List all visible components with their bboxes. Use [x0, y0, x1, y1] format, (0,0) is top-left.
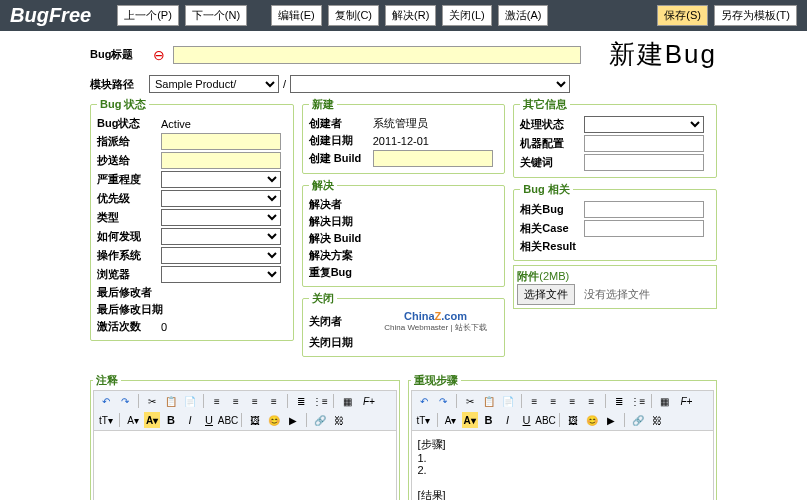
fontinc-icon[interactable]: F+ [679, 393, 695, 409]
justify-icon[interactable]: ≡ [584, 393, 600, 409]
module-select[interactable] [290, 75, 570, 93]
cut-icon[interactable]: ✂ [462, 393, 478, 409]
os-label: 操作系统 [97, 248, 157, 263]
undo-icon[interactable]: ↶ [416, 393, 432, 409]
browser-select[interactable] [161, 266, 281, 283]
media-icon[interactable]: ▶ [285, 412, 301, 428]
ul-icon[interactable]: ⋮≡ [312, 393, 328, 409]
logo: BugFree [10, 4, 91, 27]
image-icon[interactable]: 🖼 [565, 412, 581, 428]
keyword-input[interactable] [584, 154, 704, 171]
cut-icon[interactable]: ✂ [144, 393, 160, 409]
table-icon[interactable]: ▦ [339, 393, 355, 409]
watermark-sub: China Webmaster | 站长下载 [373, 322, 499, 333]
italic-icon[interactable]: I [182, 412, 198, 428]
bold-icon[interactable]: B [481, 412, 497, 428]
resolve-button[interactable]: 解决(R) [385, 5, 436, 26]
lastmoddate-label: 最后修改日期 [97, 302, 172, 317]
strike-icon[interactable]: ABC [538, 412, 554, 428]
solution-label: 解决方案 [309, 248, 369, 263]
activate-button[interactable]: 激活(A) [498, 5, 549, 26]
dup-label: 重复Bug [309, 265, 369, 280]
justify-icon[interactable]: ≡ [266, 393, 282, 409]
link-icon[interactable]: 🔗 [630, 412, 646, 428]
closer-label: 关闭者 [309, 314, 369, 329]
note-toolbar: ↶ ↷ ✂ 📋 📄 ≡ ≡ ≡ ≡ ≣ ⋮≡ ▦ F+ tT▾ [93, 390, 397, 431]
create-fieldset: 新建 创建者系统管理员 创建日期2011-12-01 创建 Build [302, 97, 506, 174]
bug-title-input[interactable] [173, 46, 581, 64]
cc-input[interactable] [161, 152, 281, 169]
saveas-button[interactable]: 另存为模板(T) [714, 5, 797, 26]
os-select[interactable] [161, 247, 281, 264]
ul-icon[interactable]: ⋮≡ [630, 393, 646, 409]
copy-button[interactable]: 复制(C) [328, 5, 379, 26]
priority-select[interactable] [161, 190, 281, 207]
relresult-label: 相关Result [520, 239, 580, 254]
table-icon[interactable]: ▦ [657, 393, 673, 409]
undo-icon[interactable]: ↶ [98, 393, 114, 409]
image-icon[interactable]: 🖼 [247, 412, 263, 428]
aligncenter-icon[interactable]: ≡ [546, 393, 562, 409]
link-icon[interactable]: 🔗 [312, 412, 328, 428]
alignright-icon[interactable]: ≡ [247, 393, 263, 409]
bold-icon[interactable]: B [163, 412, 179, 428]
next-button[interactable]: 下一个(N) [185, 5, 247, 26]
page-title: 新建Bug [609, 37, 717, 72]
alignleft-icon[interactable]: ≡ [209, 393, 225, 409]
relcase-input[interactable] [584, 220, 704, 237]
choose-file-button[interactable]: 选择文件 [517, 284, 575, 305]
close-button[interactable]: 关闭(L) [442, 5, 491, 26]
priority-label: 优先级 [97, 191, 157, 206]
resolvebuild-label: 解决 Build [309, 231, 369, 246]
create-legend: 新建 [309, 97, 337, 112]
cc-label: 抄送给 [97, 153, 157, 168]
unlink-icon[interactable]: ⛓ [649, 412, 665, 428]
prev-button[interactable]: 上一个(P) [117, 5, 179, 26]
underline-icon[interactable]: U [519, 412, 535, 428]
strike-icon[interactable]: ABC [220, 412, 236, 428]
alignleft-icon[interactable]: ≡ [527, 393, 543, 409]
emoji-icon[interactable]: 😊 [266, 412, 282, 428]
underline-icon[interactable]: U [201, 412, 217, 428]
backcolor-icon[interactable]: A▾ [144, 412, 160, 428]
backcolor-icon[interactable]: A▾ [462, 412, 478, 428]
save-button[interactable]: 保存(S) [657, 5, 708, 26]
forecolor-icon[interactable]: A▾ [443, 412, 459, 428]
path-separator: / [283, 78, 286, 90]
note-textarea[interactable] [93, 431, 397, 500]
paste-icon[interactable]: 📄 [182, 393, 198, 409]
type-select[interactable] [161, 209, 281, 226]
fontdec-icon[interactable]: tT▾ [416, 412, 432, 428]
note-legend: 注释 [93, 373, 121, 388]
paste-icon[interactable]: 📄 [500, 393, 516, 409]
copy-icon[interactable]: 📋 [163, 393, 179, 409]
fontinc-icon[interactable]: F+ [361, 393, 377, 409]
pstatus-label: 处理状态 [520, 117, 580, 132]
closedate-label: 关闭日期 [309, 335, 369, 350]
media-icon[interactable]: ▶ [603, 412, 619, 428]
attachment-section: 附件(2MB) 选择文件 没有选择文件 [513, 265, 717, 309]
forecolor-icon[interactable]: A▾ [125, 412, 141, 428]
ol-icon[interactable]: ≣ [611, 393, 627, 409]
assign-input[interactable] [161, 133, 281, 150]
machine-input[interactable] [584, 135, 704, 152]
createbuild-input[interactable] [373, 150, 493, 167]
pstatus-select[interactable] [584, 116, 704, 133]
product-select[interactable]: Sample Product/ [149, 75, 279, 93]
relbug-input[interactable] [584, 201, 704, 218]
aligncenter-icon[interactable]: ≡ [228, 393, 244, 409]
redo-icon[interactable]: ↷ [117, 393, 133, 409]
createdate-value: 2011-12-01 [373, 135, 429, 147]
redo-icon[interactable]: ↷ [435, 393, 451, 409]
unlink-icon[interactable]: ⛓ [331, 412, 347, 428]
fontdec-icon[interactable]: tT▾ [98, 412, 114, 428]
ol-icon[interactable]: ≣ [293, 393, 309, 409]
severity-select[interactable] [161, 171, 281, 188]
alignright-icon[interactable]: ≡ [565, 393, 581, 409]
howfound-select[interactable] [161, 228, 281, 245]
italic-icon[interactable]: I [500, 412, 516, 428]
repro-textarea[interactable]: [步骤] 1. 2. [结果] [期望] [备注] [411, 431, 715, 500]
edit-button[interactable]: 编辑(E) [271, 5, 322, 26]
copy-icon[interactable]: 📋 [481, 393, 497, 409]
emoji-icon[interactable]: 😊 [584, 412, 600, 428]
